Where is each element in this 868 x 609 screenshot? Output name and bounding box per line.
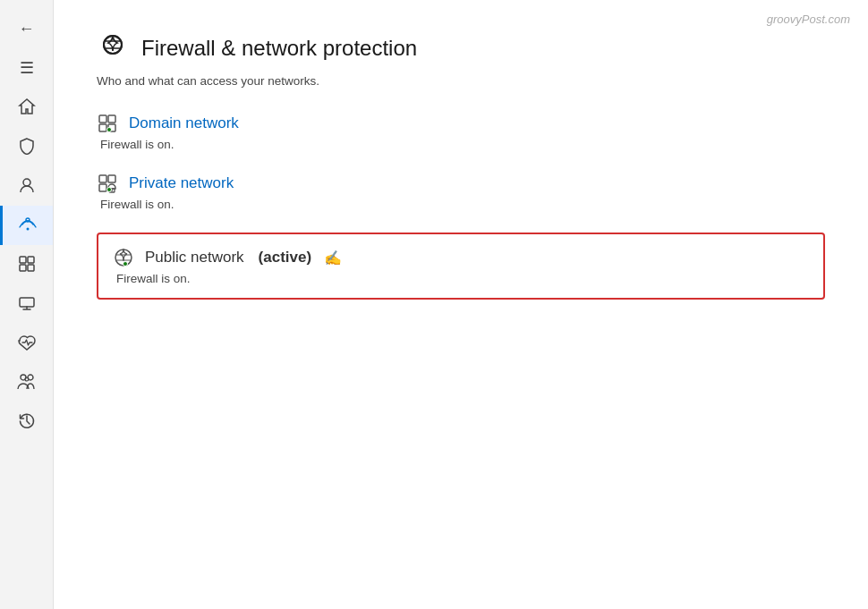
private-network-icon bbox=[97, 173, 118, 194]
public-network-icon bbox=[113, 247, 134, 268]
private-network-status: Firewall is on. bbox=[100, 198, 825, 211]
svg-point-22 bbox=[107, 188, 112, 192]
cursor-icon: ✍ bbox=[324, 250, 342, 266]
back-icon: ← bbox=[19, 21, 35, 37]
network-icon bbox=[18, 215, 38, 237]
page-subtitle: Who and what can access your networks. bbox=[97, 74, 825, 88]
shield-icon bbox=[18, 137, 36, 157]
svg-rect-3 bbox=[28, 257, 34, 263]
domain-network-name[interactable]: Domain network bbox=[129, 114, 239, 132]
history-icon bbox=[18, 412, 36, 433]
svg-point-24 bbox=[123, 262, 128, 266]
sidebar-item-apps[interactable] bbox=[0, 245, 53, 284]
sidebar-item-shield[interactable] bbox=[0, 127, 53, 166]
domain-network-status: Firewall is on. bbox=[100, 138, 825, 151]
svg-point-1 bbox=[27, 227, 30, 230]
page-header: Firewall & network protection bbox=[97, 29, 825, 67]
private-network-item: Private network Firewall is on. bbox=[97, 173, 825, 211]
sidebar-item-back[interactable]: ← bbox=[0, 9, 53, 48]
sidebar-item-home[interactable] bbox=[0, 88, 53, 127]
svg-rect-2 bbox=[20, 257, 26, 263]
svg-rect-6 bbox=[20, 298, 34, 307]
menu-icon: ☰ bbox=[20, 60, 34, 76]
sidebar: ← ☰ bbox=[0, 0, 54, 609]
domain-network-link[interactable]: Domain network bbox=[97, 113, 825, 134]
sidebar-item-health[interactable] bbox=[0, 324, 53, 363]
firewall-icon bbox=[97, 29, 129, 67]
svg-rect-12 bbox=[99, 115, 106, 123]
private-network-name[interactable]: Private network bbox=[129, 174, 234, 192]
sidebar-item-history[interactable] bbox=[0, 402, 53, 442]
svg-rect-17 bbox=[99, 175, 106, 182]
private-network-link[interactable]: Private network bbox=[97, 173, 825, 194]
watermark: groovyPost.com bbox=[767, 13, 850, 26]
sidebar-item-device[interactable] bbox=[0, 284, 53, 324]
svg-rect-14 bbox=[99, 124, 106, 131]
public-network-status: Firewall is on. bbox=[116, 272, 809, 285]
home-icon bbox=[18, 97, 36, 118]
public-network-active-badge: (active) bbox=[259, 249, 312, 266]
apps-icon bbox=[18, 255, 36, 275]
domain-network-icon bbox=[97, 113, 118, 134]
svg-rect-13 bbox=[108, 115, 115, 123]
sidebar-item-family[interactable] bbox=[0, 363, 53, 402]
svg-rect-18 bbox=[108, 175, 115, 182]
family-icon bbox=[17, 373, 37, 393]
public-network-link[interactable]: Public network (active) ✍ bbox=[113, 247, 809, 268]
page-title: Firewall & network protection bbox=[141, 36, 417, 61]
domain-network-item: Domain network Firewall is on. bbox=[97, 113, 825, 151]
svg-point-0 bbox=[23, 179, 30, 186]
sidebar-item-network[interactable] bbox=[0, 206, 53, 245]
account-icon bbox=[18, 176, 36, 197]
svg-rect-19 bbox=[99, 184, 106, 191]
public-network-item[interactable]: Public network (active) ✍ Firewall is on… bbox=[97, 233, 825, 300]
device-icon bbox=[18, 294, 36, 315]
svg-rect-4 bbox=[20, 265, 26, 271]
svg-rect-5 bbox=[28, 265, 34, 271]
sidebar-item-account[interactable] bbox=[0, 166, 53, 206]
main-content: groovyPost.com Firewall & network protec… bbox=[54, 0, 868, 609]
sidebar-item-menu[interactable]: ☰ bbox=[0, 48, 53, 88]
svg-point-16 bbox=[107, 128, 112, 132]
health-icon bbox=[18, 334, 36, 354]
public-network-name[interactable]: Public network bbox=[145, 249, 244, 266]
